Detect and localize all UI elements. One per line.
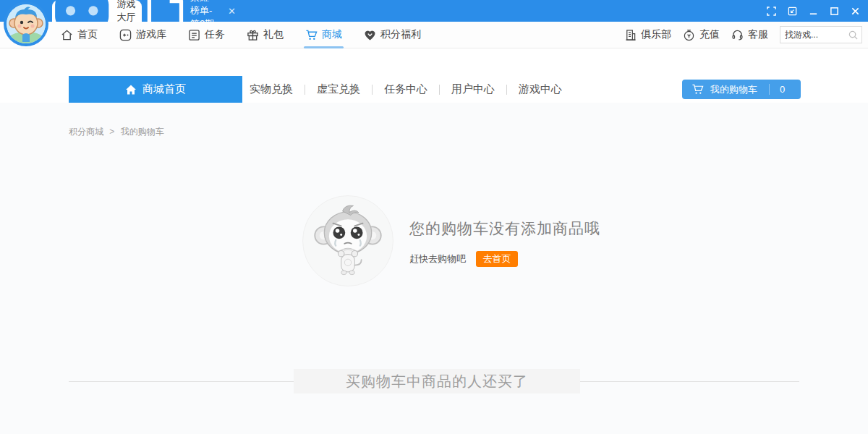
nav-label: 游戏库 <box>136 28 166 41</box>
nav-item-mall[interactable]: 商城 <box>305 22 342 48</box>
divider <box>372 85 373 95</box>
subnav-link-task-center[interactable]: 任务中心 <box>384 82 427 96</box>
divider <box>506 85 507 95</box>
titlebar: 游戏大厅 荣耀榜单-第2期 ✕ <box>0 0 868 22</box>
task-list-icon <box>188 29 200 41</box>
subnav-link-physical-exchange[interactable]: 实物兑换 <box>250 82 293 96</box>
empty-cart-subtitle: 赶快去购物吧 <box>409 252 466 265</box>
nav-label: 首页 <box>77 28 98 41</box>
empty-cart-title: 您的购物车没有添加商品哦 <box>409 218 600 239</box>
breadcrumb-separator: > <box>109 127 114 137</box>
cart-icon <box>692 83 704 95</box>
coin-icon <box>683 29 695 41</box>
nav-label: 商城 <box>322 28 342 41</box>
search-input[interactable] <box>785 30 846 40</box>
subnav-tab-mall-home[interactable]: 商城首页 <box>69 76 242 103</box>
recommend-title: 买购物车中商品的人还买了 <box>346 372 528 391</box>
nav-label: 充值 <box>699 28 720 41</box>
subnav-links: 实物兑换 虚宝兑换 任务中心 用户中心 游戏中心 <box>250 76 562 103</box>
gift-icon <box>247 29 259 41</box>
subnav-link-game-center[interactable]: 游戏中心 <box>519 82 562 96</box>
divider <box>439 85 440 95</box>
go-home-button[interactable]: 去首页 <box>476 251 518 267</box>
subnav-link-user-center[interactable]: 用户中心 <box>451 82 495 96</box>
recommend-title-box: 买购物车中商品的人还买了 <box>294 369 580 393</box>
fullscreen-icon[interactable] <box>764 4 778 18</box>
monkey-logo-icon <box>7 4 46 43</box>
heart-badge-icon <box>364 29 376 41</box>
headset-icon <box>731 29 744 41</box>
close-tab-icon[interactable]: ✕ <box>228 6 236 17</box>
nav-right: 俱乐部 充值 客服 <box>624 22 862 48</box>
nav-label: 礼包 <box>263 28 284 41</box>
home-icon <box>61 29 73 41</box>
subnav-tab-label: 商城首页 <box>142 82 186 96</box>
nav-item-points-benefits[interactable]: 积分福利 <box>364 22 421 48</box>
nav-item-club[interactable]: 俱乐部 <box>624 22 671 48</box>
app-window: 游戏大厅 荣耀榜单-第2期 ✕ <box>0 0 868 434</box>
nav-label: 客服 <box>748 28 768 41</box>
nav-label: 俱乐部 <box>641 28 671 41</box>
my-cart-button[interactable]: 我的购物车 0 <box>682 80 801 99</box>
cart-button-label: 我的购物车 <box>710 83 757 96</box>
close-icon[interactable] <box>848 4 862 18</box>
nav-label: 任务 <box>205 28 225 41</box>
recommend-section: 买购物车中商品的人还买了 <box>0 367 868 396</box>
gamepad-icon <box>119 29 132 41</box>
nav-item-game-library[interactable]: 游戏库 <box>119 22 166 48</box>
mall-subnav: 商城首页 实物兑换 虚宝兑换 任务中心 用户中心 游戏中心 我的购物车 0 <box>0 76 868 103</box>
empty-cart-block: 您的购物车没有添加商品哦 赶快去购物吧 去首页 <box>302 195 600 286</box>
game-search-box[interactable] <box>780 26 862 43</box>
maximize-icon[interactable] <box>827 4 841 18</box>
home-icon <box>125 84 137 95</box>
breadcrumb: 积分商城 > 我的购物车 <box>69 126 164 138</box>
nav-left: 首页 游戏库 任务 <box>61 22 443 48</box>
subnav-link-virtual-exchange[interactable]: 虚宝兑换 <box>317 82 360 96</box>
cart-count-badge: 0 <box>780 84 785 95</box>
content-area: 积分商城 > 我的购物车 <box>0 103 868 434</box>
divider <box>769 84 770 95</box>
main-navbar: 首页 游戏库 任务 <box>0 22 868 48</box>
window-controls <box>764 0 862 22</box>
divider <box>305 85 305 95</box>
app-logo[interactable] <box>4 1 48 46</box>
nav-item-tasks[interactable]: 任务 <box>188 22 225 48</box>
breadcrumb-root[interactable]: 积分商城 <box>69 127 103 137</box>
sad-monkey-mascot <box>302 195 393 286</box>
sad-monkey-icon <box>307 200 388 281</box>
tab-honor-list[interactable]: 荣耀榜单-第2期 ✕ <box>142 0 236 22</box>
nav-item-home[interactable]: 首页 <box>61 22 98 48</box>
nav-item-gifts[interactable]: 礼包 <box>247 22 284 48</box>
search-icon[interactable] <box>848 30 858 40</box>
breadcrumb-current: 我的购物车 <box>121 127 164 137</box>
tab-label: 游戏大厅 <box>116 0 142 24</box>
nav-item-recharge[interactable]: 充值 <box>683 22 720 48</box>
tab-game-hall[interactable]: 游戏大厅 <box>52 0 142 22</box>
nav-label: 积分福利 <box>380 28 421 41</box>
nav-item-customer-service[interactable]: 客服 <box>731 22 768 48</box>
cart-icon <box>305 29 318 41</box>
minimize-icon[interactable] <box>806 4 820 18</box>
boss-key-icon[interactable] <box>785 4 799 18</box>
empty-cart-text: 您的购物车没有添加商品哦 赶快去购物吧 去首页 <box>409 195 600 286</box>
building-icon <box>624 29 637 41</box>
